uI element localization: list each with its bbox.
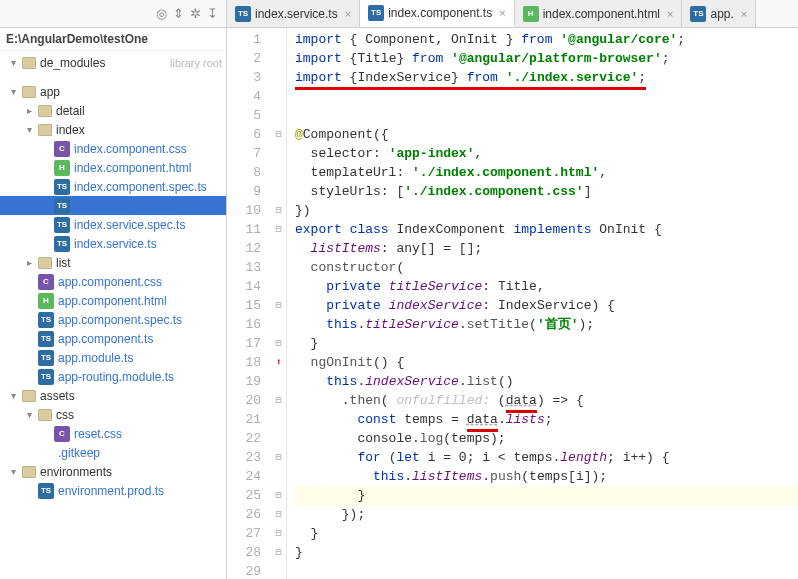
code-line[interactable]: [295, 87, 798, 106]
fold-marker[interactable]: [271, 87, 286, 106]
code-line[interactable]: styleUrls: ['./index.component.css']: [295, 182, 798, 201]
code-line[interactable]: import {Title} from '@angular/platform-b…: [295, 49, 798, 68]
code-line[interactable]: });: [295, 505, 798, 524]
fold-marker[interactable]: [271, 372, 286, 391]
code-line[interactable]: const temps = data.lists;: [295, 410, 798, 429]
gear-icon[interactable]: ✲: [190, 6, 201, 21]
code-line[interactable]: export class IndexComponent implements O…: [295, 220, 798, 239]
fold-marker[interactable]: [271, 277, 286, 296]
code-line[interactable]: [295, 562, 798, 579]
twisty-icon[interactable]: ▾: [8, 86, 18, 97]
fold-marker[interactable]: [271, 182, 286, 201]
code-line[interactable]: constructor(: [295, 258, 798, 277]
twisty-icon[interactable]: ▾: [24, 124, 34, 135]
fold-marker[interactable]: [271, 239, 286, 258]
fold-marker[interactable]: ⊟: [271, 391, 286, 410]
code-line[interactable]: }: [295, 334, 798, 353]
file-reset-css[interactable]: Creset.css: [0, 424, 226, 443]
folder-css[interactable]: ▾css: [0, 405, 226, 424]
file-app-routing-module-ts[interactable]: TSapp-routing.module.ts: [0, 367, 226, 386]
fold-marker[interactable]: ⊟: [271, 524, 286, 543]
locate-icon[interactable]: ◎: [156, 6, 167, 21]
fold-marker[interactable]: ⊟: [271, 125, 286, 144]
folder-environments[interactable]: ▾environments: [0, 462, 226, 481]
file-index-component-html[interactable]: Hindex.component.html: [0, 158, 226, 177]
fold-marker[interactable]: [271, 49, 286, 68]
code-line[interactable]: private titleService: Title,: [295, 277, 798, 296]
fold-marker[interactable]: [271, 429, 286, 448]
tab-app-[interactable]: TSapp.×: [682, 0, 756, 27]
code-line[interactable]: }: [295, 543, 798, 562]
fold-marker[interactable]: ⊟: [271, 334, 286, 353]
code-line[interactable]: @Component({: [295, 125, 798, 144]
file-app-module-ts[interactable]: TSapp.module.ts: [0, 348, 226, 367]
tab-index-component-ts[interactable]: TSindex.component.ts×: [360, 0, 515, 27]
folder-index[interactable]: ▾index: [0, 120, 226, 139]
fold-marker[interactable]: ⊟: [271, 486, 286, 505]
folder-assets[interactable]: ▾assets: [0, 386, 226, 405]
code-line[interactable]: private indexService: IndexService) {: [295, 296, 798, 315]
editor[interactable]: 1234567891011121314151617181920212223242…: [227, 28, 798, 579]
fold-marker[interactable]: [271, 258, 286, 277]
fold-marker[interactable]: [271, 144, 286, 163]
fold-marker[interactable]: [271, 315, 286, 334]
code-line[interactable]: for (let i = 0; i < temps.length; i++) {: [295, 448, 798, 467]
code-area[interactable]: import { Component, OnInit } from '@angu…: [287, 28, 798, 579]
code-line[interactable]: import {IndexService} from './index.serv…: [295, 68, 798, 87]
code-line[interactable]: this.indexService.list(): [295, 372, 798, 391]
file-app-component-html[interactable]: Happ.component.html: [0, 291, 226, 310]
fold-marker[interactable]: ⊟: [271, 296, 286, 315]
code-line[interactable]: this.listItems.push(temps[i]);: [295, 467, 798, 486]
fold-marker[interactable]: ⊟: [271, 201, 286, 220]
close-icon[interactable]: ×: [667, 8, 673, 20]
twisty-icon[interactable]: ▾: [24, 409, 34, 420]
code-line[interactable]: import { Component, OnInit } from '@angu…: [295, 30, 798, 49]
twisty-icon[interactable]: ▾: [8, 390, 18, 401]
fold-marker[interactable]: [271, 30, 286, 49]
fold-marker[interactable]: [271, 163, 286, 182]
code-line[interactable]: }: [295, 486, 798, 505]
file-environment-prod-ts[interactable]: TSenvironment.prod.ts: [0, 481, 226, 500]
file-index-component-ts[interactable]: TSindex.component.ts: [0, 196, 226, 215]
code-line[interactable]: listItems: any[] = [];: [295, 239, 798, 258]
collapse-all-icon[interactable]: ⇕: [173, 6, 184, 21]
file-index-service-ts[interactable]: TSindex.service.ts: [0, 234, 226, 253]
close-icon[interactable]: ×: [741, 8, 747, 20]
fold-marker[interactable]: [271, 106, 286, 125]
file-index-component-spec-ts[interactable]: TSindex.component.spec.ts: [0, 177, 226, 196]
fold-marker[interactable]: ⊟: [271, 543, 286, 562]
file-index-component-css[interactable]: Cindex.component.css: [0, 139, 226, 158]
code-line[interactable]: }: [295, 524, 798, 543]
code-line[interactable]: ngOnInit() {: [295, 353, 798, 372]
close-icon[interactable]: ×: [499, 7, 505, 19]
file--gitkeep[interactable]: .gitkeep: [0, 443, 226, 462]
fold-marker[interactable]: [271, 410, 286, 429]
code-line[interactable]: this.titleService.setTitle('首页');: [295, 315, 798, 334]
fold-marker[interactable]: ⊟: [271, 505, 286, 524]
folder-app[interactable]: ▾app: [0, 82, 226, 101]
folder-de_modules[interactable]: ▾de_moduleslibrary root: [0, 53, 226, 72]
file-app-component-spec-ts[interactable]: TSapp.component.spec.ts: [0, 310, 226, 329]
fold-marker[interactable]: [271, 467, 286, 486]
fold-marker[interactable]: [271, 68, 286, 87]
code-line[interactable]: selector: 'app-index',: [295, 144, 798, 163]
folder-list[interactable]: ▸list: [0, 253, 226, 272]
tab-index-service-ts[interactable]: TSindex.service.ts×: [227, 0, 360, 27]
code-line[interactable]: .then( onfulfilled: (data) => {: [295, 391, 798, 410]
twisty-icon[interactable]: ▾: [8, 57, 18, 68]
folder-detail[interactable]: ▸detail: [0, 101, 226, 120]
file-app-component-css[interactable]: Capp.component.css: [0, 272, 226, 291]
fold-marker[interactable]: ⊟: [271, 448, 286, 467]
twisty-icon[interactable]: ▸: [24, 105, 34, 116]
fold-marker[interactable]: ⬆: [271, 353, 286, 372]
hide-icon[interactable]: ↧: [207, 6, 218, 21]
file-app-component-ts[interactable]: TSapp.component.ts: [0, 329, 226, 348]
code-line[interactable]: templateUrl: './index.component.html',: [295, 163, 798, 182]
twisty-icon[interactable]: ▸: [24, 257, 34, 268]
fold-marker[interactable]: [271, 562, 286, 579]
tab-index-component-html[interactable]: Hindex.component.html×: [515, 0, 683, 27]
code-line[interactable]: [295, 106, 798, 125]
code-line[interactable]: }): [295, 201, 798, 220]
fold-marker[interactable]: ⊟: [271, 220, 286, 239]
file-index-service-spec-ts[interactable]: TSindex.service.spec.ts: [0, 215, 226, 234]
